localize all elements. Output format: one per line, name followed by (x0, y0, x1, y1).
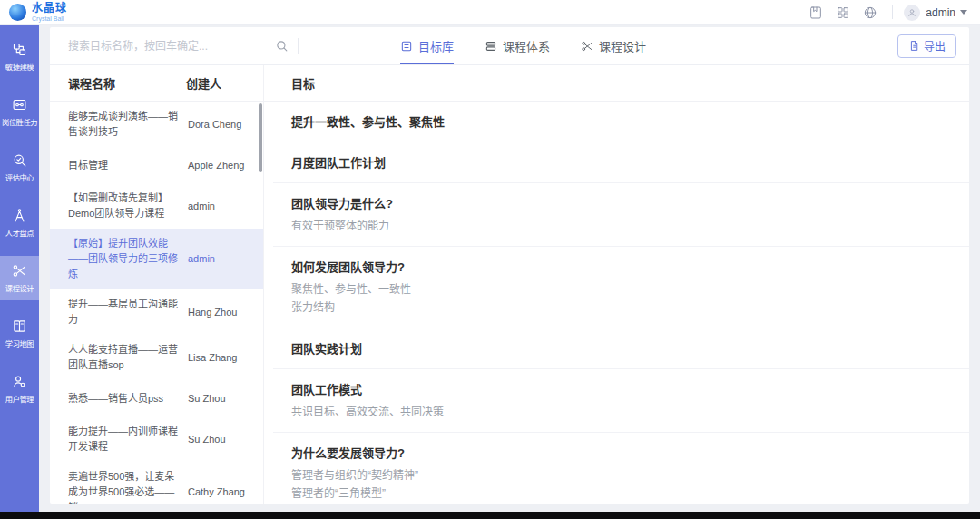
sidebar-item-talent-review[interactable]: 人才盘点 (0, 201, 39, 245)
compass-icon (0, 208, 39, 223)
goal-title: 提升一致性、参与性、聚焦性 (291, 114, 951, 131)
tab-goal-library[interactable]: 目标库 (400, 27, 454, 64)
sidebar-item-label: 课程设计 (2, 283, 38, 294)
scissors-icon (581, 40, 593, 53)
tab-course-system[interactable]: 课程体系 (485, 27, 550, 64)
sidebar-item-agile-modeling[interactable]: 敏捷建模 (0, 34, 39, 79)
sidebar-item-label: 学习地图 (2, 338, 38, 349)
export-button[interactable]: 导出 (897, 34, 956, 58)
table-row[interactable]: 【如需删改请先复制】Demo团队领导力课程admin (50, 183, 263, 229)
top-bar: 水晶球 Crystal Ball admin (0, 0, 980, 25)
goal-item: 团队实践计划 (273, 328, 969, 369)
goal-title: 团队工作模式 (291, 382, 951, 398)
user-gear-icon (0, 374, 39, 389)
course-creator: Su Zhou (188, 391, 246, 406)
layers-icon (485, 40, 497, 53)
course-creator: admin (188, 251, 246, 267)
goal-title: 团队实践计划 (291, 341, 951, 357)
goals-header: 目标 (264, 65, 969, 102)
content-area: 目标库课程体系课程设计 导出 课程名称 创建人 能够完成谈判演练——销售谈判技巧… (39, 25, 980, 512)
journal-icon[interactable] (808, 5, 823, 20)
course-name: 提升——基层员工沟通能力 (68, 297, 182, 328)
app-tagline: Crystal Ball (32, 15, 67, 22)
search-icon[interactable] (275, 39, 289, 53)
course-name: 熟悉——销售人员pss (68, 391, 182, 406)
sidebar-item-user-management[interactable]: 用户管理 (0, 367, 39, 411)
tab-course-design[interactable]: 课程设计 (581, 27, 646, 64)
sidebar-item-learning-map[interactable]: 学习地图 (0, 311, 39, 356)
goal-item: 团队工作模式共识目标、高效交流、共同决策 (273, 369, 969, 433)
apps-grid-icon[interactable] (836, 5, 850, 20)
magnifier-check-icon (0, 152, 39, 168)
course-creator: Lisa Zhang (188, 350, 246, 366)
goal-item: 月度团队工作计划 (273, 142, 969, 183)
course-name: 卖遍世界500强，让麦朵成为世界500强必选——销... (68, 469, 182, 504)
course-rows: 能够完成谈判演练——销售谈判技巧Dora Cheng目标管理Apple Zhen… (50, 102, 263, 504)
search-input[interactable] (68, 40, 275, 53)
panes: 课程名称 创建人 能够完成谈判演练——销售谈判技巧Dora Cheng目标管理A… (50, 65, 969, 504)
globe-icon[interactable] (863, 5, 877, 20)
search-box (68, 39, 289, 53)
toolbar: 目标库课程体系课程设计 导出 (50, 27, 969, 65)
sidebar: 敏捷建模岗位胜任力评估中心人才盘点课程设计学习地图用户管理 (0, 25, 39, 512)
user-menu[interactable]: admin (904, 5, 967, 21)
books-icon (0, 318, 39, 334)
goal-details: 聚焦性、参与性、一致性张力结构 (291, 280, 951, 317)
sidebar-item-label: 人才盘点 (2, 228, 38, 239)
course-creator: Apple Zheng (188, 158, 246, 173)
goal-title: 团队领导力是什么? (291, 196, 951, 212)
list-book-icon (400, 40, 413, 53)
badge-icon (0, 97, 39, 113)
goal-item: 提升一致性、参与性、聚焦性 (273, 102, 969, 142)
toolbar-divider (298, 38, 299, 54)
scissors-icon (0, 263, 39, 279)
course-name: 目标管理 (68, 158, 182, 173)
table-row[interactable]: 【原始】提升团队效能——团队领导力的三项修炼admin (50, 229, 263, 289)
table-row[interactable]: 目标管理Apple Zheng (50, 147, 263, 183)
chevron-down-icon (960, 10, 967, 15)
table-row[interactable]: 提升——基层员工沟通能力Hang Zhou (50, 289, 263, 335)
bottom-bar (0, 512, 980, 519)
topbar-divider (892, 5, 893, 19)
main-card: 目标库课程体系课程设计 导出 课程名称 创建人 能够完成谈判演练——销售谈判技巧… (50, 27, 969, 504)
course-creator: Dora Cheng (188, 117, 246, 132)
sidebar-item-label: 敏捷建模 (2, 62, 38, 73)
app-logo[interactable]: 水晶球 Crystal Ball (9, 3, 67, 22)
sidebar-item-label: 评估中心 (2, 172, 38, 183)
sidebar-item-assessment-center[interactable]: 评估中心 (0, 145, 39, 190)
table-row[interactable]: 熟悉——销售人员pssSu Zhou (50, 380, 263, 416)
username: admin (926, 6, 956, 19)
course-name: 【如需删改请先复制】Demo团队领导力课程 (68, 191, 182, 221)
tab-bar: 目标库课程体系课程设计 (400, 27, 646, 64)
course-name: 能够完成谈判演练——销售谈判技巧 (68, 109, 182, 140)
course-list-header: 课程名称 创建人 (50, 65, 263, 102)
course-creator: Su Zhou (188, 432, 246, 447)
course-name: 人人能支持直播——运营团队直播sop (68, 342, 182, 373)
crystal-ball-logo-icon (9, 4, 26, 21)
table-row[interactable]: 能力提升——内训师课程开发课程Su Zhou (50, 416, 263, 462)
goal-title: 如何发展团队领导力? (291, 260, 951, 276)
goal-item: 为什么要发展领导力?管理者与组织的“契约精神”管理者的“三角模型” (273, 433, 969, 504)
goal-details: 共识目标、高效交流、共同决策 (291, 403, 951, 421)
table-row[interactable]: 人人能支持直播——运营团队直播sopLisa Zhang (50, 335, 263, 380)
goal-item: 如何发展团队领导力?聚焦性、参与性、一致性张力结构 (273, 247, 969, 328)
sidebar-item-position-competency[interactable]: 岗位胜任力 (0, 90, 39, 134)
scrollbar-thumb[interactable] (259, 103, 262, 172)
table-row[interactable]: 卖遍世界500强，让麦朵成为世界500强必选——销...Cathy Zhang (50, 462, 263, 504)
tab-label: 课程体系 (503, 37, 550, 54)
course-name-header: 课程名称 (68, 74, 186, 92)
goal-title: 为什么要发展领导力? (291, 446, 951, 462)
course-creator: Hang Zhou (188, 305, 246, 320)
course-name: 能力提升——内训师课程开发课程 (68, 424, 182, 455)
creator-header: 创建人 (186, 74, 221, 92)
export-button-label: 导出 (924, 38, 946, 54)
table-row[interactable]: 能够完成谈判演练——销售谈判技巧Dora Cheng (50, 102, 263, 147)
course-creator: admin (188, 199, 246, 214)
sidebar-item-course-design[interactable]: 课程设计 (0, 256, 39, 300)
goal-title: 月度团队工作计划 (291, 155, 951, 171)
tab-label: 课程设计 (599, 37, 646, 54)
goal-details: 有效干预整体的能力 (291, 217, 951, 235)
course-name: 【原始】提升团队效能——团队领导力的三项修炼 (68, 236, 182, 282)
nodes-icon (0, 42, 39, 57)
app-name: 水晶球 (32, 3, 67, 14)
